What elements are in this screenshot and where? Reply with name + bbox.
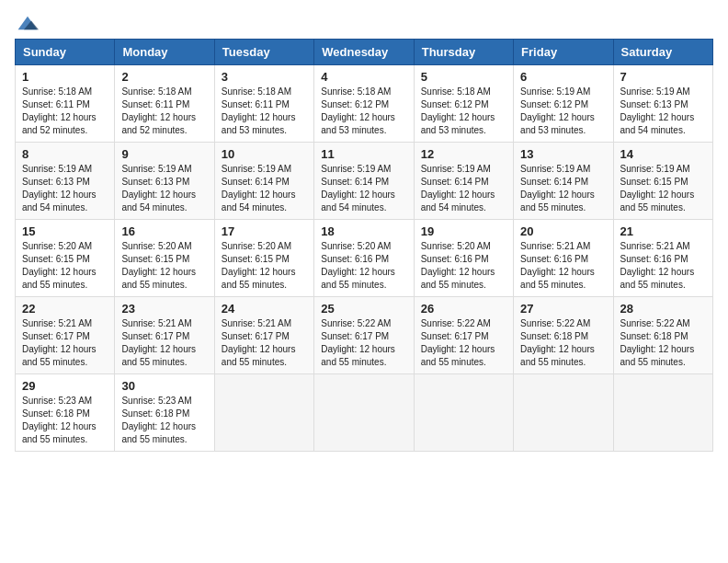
calendar-cell: 13Sunrise: 5:19 AMSunset: 6:14 PMDayligh… (514, 143, 613, 220)
day-info: Sunrise: 5:21 AMSunset: 6:16 PMDaylight:… (520, 240, 606, 292)
day-number: 25 (321, 302, 406, 316)
day-info: Sunrise: 5:22 AMSunset: 6:17 PMDaylight:… (321, 317, 406, 369)
day-number: 28 (620, 302, 706, 316)
calendar-week-row: 29Sunrise: 5:23 AMSunset: 6:18 PMDayligh… (16, 374, 713, 452)
day-info: Sunrise: 5:18 AMSunset: 6:12 PMDaylight:… (321, 86, 406, 137)
day-number: 2 (121, 70, 207, 84)
day-number: 11 (321, 147, 406, 161)
day-number: 14 (620, 147, 706, 161)
calendar-cell: 9Sunrise: 5:19 AMSunset: 6:13 PMDaylight… (115, 143, 214, 220)
day-info: Sunrise: 5:20 AMSunset: 6:15 PMDaylight:… (22, 240, 108, 292)
day-info: Sunrise: 5:22 AMSunset: 6:18 PMDaylight:… (620, 317, 706, 369)
day-info: Sunrise: 5:20 AMSunset: 6:15 PMDaylight:… (222, 240, 307, 292)
calendar-cell: 22Sunrise: 5:21 AMSunset: 6:17 PMDayligh… (16, 297, 115, 374)
calendar-cell: 4Sunrise: 5:18 AMSunset: 6:12 PMDaylight… (314, 65, 414, 143)
day-number: 23 (121, 302, 207, 316)
day-number: 19 (421, 224, 506, 238)
day-number: 4 (321, 70, 406, 84)
day-info: Sunrise: 5:19 AMSunset: 6:12 PMDaylight:… (520, 86, 606, 137)
day-info: Sunrise: 5:20 AMSunset: 6:15 PMDaylight:… (121, 240, 207, 292)
day-number: 5 (421, 70, 506, 84)
day-number: 29 (22, 379, 108, 393)
day-number: 16 (121, 224, 207, 238)
day-number: 6 (520, 70, 606, 84)
calendar-table: SundayMondayTuesdayWednesdayThursdayFrid… (15, 39, 713, 452)
calendar-cell: 26Sunrise: 5:22 AMSunset: 6:17 PMDayligh… (414, 297, 513, 374)
day-number: 18 (321, 224, 406, 238)
day-number: 17 (222, 224, 307, 238)
day-info: Sunrise: 5:23 AMSunset: 6:18 PMDaylight:… (121, 395, 207, 446)
calendar-cell: 18Sunrise: 5:20 AMSunset: 6:16 PMDayligh… (314, 220, 414, 297)
day-number: 30 (121, 379, 207, 393)
logo-icon (17, 15, 39, 31)
day-info: Sunrise: 5:19 AMSunset: 6:13 PMDaylight:… (121, 163, 207, 214)
day-info: Sunrise: 5:19 AMSunset: 6:14 PMDaylight:… (421, 163, 506, 214)
calendar-header-row: SundayMondayTuesdayWednesdayThursdayFrid… (16, 40, 713, 65)
calendar-cell: 23Sunrise: 5:21 AMSunset: 6:17 PMDayligh… (115, 297, 214, 374)
calendar-cell: 21Sunrise: 5:21 AMSunset: 6:16 PMDayligh… (613, 220, 712, 297)
calendar-cell: 17Sunrise: 5:20 AMSunset: 6:15 PMDayligh… (214, 220, 313, 297)
day-info: Sunrise: 5:23 AMSunset: 6:18 PMDaylight:… (22, 395, 108, 446)
calendar-week-row: 1Sunrise: 5:18 AMSunset: 6:11 PMDaylight… (16, 65, 713, 143)
day-number: 27 (520, 302, 606, 316)
calendar-cell: 12Sunrise: 5:19 AMSunset: 6:14 PMDayligh… (414, 143, 513, 220)
day-number: 15 (22, 224, 108, 238)
col-header-sunday: Sunday (16, 40, 115, 65)
day-number: 13 (520, 147, 606, 161)
calendar-week-row: 15Sunrise: 5:20 AMSunset: 6:15 PMDayligh… (16, 220, 713, 297)
calendar-cell: 2Sunrise: 5:18 AMSunset: 6:11 PMDaylight… (115, 65, 214, 143)
day-info: Sunrise: 5:19 AMSunset: 6:13 PMDaylight:… (620, 86, 706, 137)
calendar-cell: 3Sunrise: 5:18 AMSunset: 6:11 PMDaylight… (214, 65, 313, 143)
calendar-cell: 24Sunrise: 5:21 AMSunset: 6:17 PMDayligh… (214, 297, 313, 374)
calendar-cell: 19Sunrise: 5:20 AMSunset: 6:16 PMDayligh… (414, 220, 513, 297)
day-info: Sunrise: 5:19 AMSunset: 6:13 PMDaylight:… (22, 163, 108, 214)
calendar-cell: 25Sunrise: 5:22 AMSunset: 6:17 PMDayligh… (314, 297, 414, 374)
day-number: 26 (421, 302, 506, 316)
day-info: Sunrise: 5:22 AMSunset: 6:18 PMDaylight:… (520, 317, 606, 369)
calendar-cell: 15Sunrise: 5:20 AMSunset: 6:15 PMDayligh… (16, 220, 115, 297)
col-header-tuesday: Tuesday (214, 40, 313, 65)
calendar-cell: 5Sunrise: 5:18 AMSunset: 6:12 PMDaylight… (414, 65, 513, 143)
day-info: Sunrise: 5:21 AMSunset: 6:16 PMDaylight:… (620, 240, 706, 292)
calendar-week-row: 22Sunrise: 5:21 AMSunset: 6:17 PMDayligh… (16, 297, 713, 374)
calendar-cell (314, 374, 414, 452)
day-info: Sunrise: 5:18 AMSunset: 6:11 PMDaylight:… (121, 86, 207, 137)
day-number: 8 (22, 147, 108, 161)
day-info: Sunrise: 5:18 AMSunset: 6:11 PMDaylight:… (222, 86, 307, 137)
calendar-cell: 28Sunrise: 5:22 AMSunset: 6:18 PMDayligh… (613, 297, 712, 374)
day-number: 7 (620, 70, 706, 84)
calendar-cell: 30Sunrise: 5:23 AMSunset: 6:18 PMDayligh… (115, 374, 214, 452)
day-info: Sunrise: 5:21 AMSunset: 6:17 PMDaylight:… (222, 317, 307, 369)
calendar-cell: 10Sunrise: 5:19 AMSunset: 6:14 PMDayligh… (214, 143, 313, 220)
day-info: Sunrise: 5:19 AMSunset: 6:14 PMDaylight:… (222, 163, 307, 214)
day-info: Sunrise: 5:19 AMSunset: 6:15 PMDaylight:… (620, 163, 706, 214)
day-info: Sunrise: 5:20 AMSunset: 6:16 PMDaylight:… (321, 240, 406, 292)
day-number: 1 (22, 70, 108, 84)
calendar-cell (613, 374, 712, 452)
day-number: 12 (421, 147, 506, 161)
day-info: Sunrise: 5:22 AMSunset: 6:17 PMDaylight:… (421, 317, 506, 369)
calendar-cell (514, 374, 613, 452)
calendar-cell: 8Sunrise: 5:19 AMSunset: 6:13 PMDaylight… (16, 143, 115, 220)
calendar-cell: 1Sunrise: 5:18 AMSunset: 6:11 PMDaylight… (16, 65, 115, 143)
day-info: Sunrise: 5:20 AMSunset: 6:16 PMDaylight:… (421, 240, 506, 292)
day-info: Sunrise: 5:21 AMSunset: 6:17 PMDaylight:… (121, 317, 207, 369)
day-number: 9 (121, 147, 207, 161)
day-info: Sunrise: 5:19 AMSunset: 6:14 PMDaylight:… (520, 163, 606, 214)
calendar-cell: 11Sunrise: 5:19 AMSunset: 6:14 PMDayligh… (314, 143, 414, 220)
calendar-cell: 7Sunrise: 5:19 AMSunset: 6:13 PMDaylight… (613, 65, 712, 143)
calendar-cell (414, 374, 513, 452)
calendar-cell: 27Sunrise: 5:22 AMSunset: 6:18 PMDayligh… (514, 297, 613, 374)
col-header-wednesday: Wednesday (314, 40, 414, 65)
calendar-week-row: 8Sunrise: 5:19 AMSunset: 6:13 PMDaylight… (16, 143, 713, 220)
day-info: Sunrise: 5:18 AMSunset: 6:12 PMDaylight:… (421, 86, 506, 137)
day-info: Sunrise: 5:21 AMSunset: 6:17 PMDaylight:… (22, 317, 108, 369)
day-info: Sunrise: 5:18 AMSunset: 6:11 PMDaylight:… (22, 86, 108, 137)
calendar-cell: 6Sunrise: 5:19 AMSunset: 6:12 PMDaylight… (514, 65, 613, 143)
calendar-cell: 14Sunrise: 5:19 AMSunset: 6:15 PMDayligh… (613, 143, 712, 220)
calendar-cell (214, 374, 313, 452)
calendar-cell: 16Sunrise: 5:20 AMSunset: 6:15 PMDayligh… (115, 220, 214, 297)
day-info: Sunrise: 5:19 AMSunset: 6:14 PMDaylight:… (321, 163, 406, 214)
logo (15, 15, 39, 28)
calendar-cell: 29Sunrise: 5:23 AMSunset: 6:18 PMDayligh… (16, 374, 115, 452)
